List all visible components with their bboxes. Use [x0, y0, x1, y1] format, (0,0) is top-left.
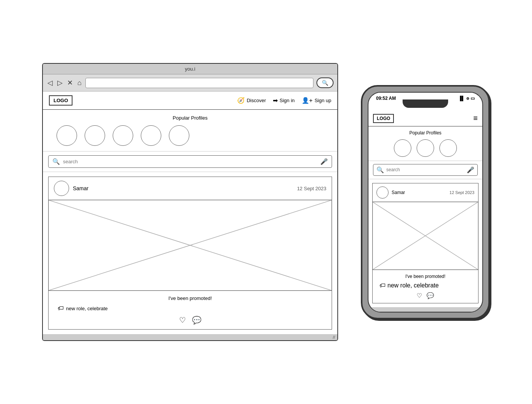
mobile-inner: 09:52 AM ▐▌ ⌾ ▭ LOGO ≡ Popular Profiles: [368, 92, 483, 312]
profile-avatar-5[interactable]: [169, 125, 189, 146]
mobile-post-avatar[interactable]: [376, 186, 389, 199]
close-button[interactable]: ✕: [66, 79, 74, 87]
mobile-navbar: LOGO ≡: [368, 111, 482, 126]
mobile-logo: LOGO: [373, 114, 394, 123]
popular-profiles-section: Popular Profiles: [43, 110, 337, 152]
status-right: ▐▌ ⌾ ▭: [458, 96, 475, 101]
mobile-post-header: Samar 12 Sept 2023: [373, 183, 478, 202]
post-footer: I've been promoted! 🏷 new role, celebrat…: [49, 291, 332, 329]
wifi-icon: ⌾: [466, 96, 469, 101]
mobile-content: LOGO ≡ Popular Profiles 🔍 🎤: [368, 111, 482, 303]
post-image-placeholder: [49, 200, 332, 291]
post-username: Samar: [73, 185, 88, 191]
resize-handle[interactable]: //: [333, 335, 335, 339]
signup-icon: 👤+: [302, 97, 313, 104]
signin-icon: ➡: [273, 97, 278, 104]
tag-text: new role, celebrate: [66, 306, 108, 311]
profile-avatar-4[interactable]: [141, 125, 161, 146]
browser-title: you.i: [185, 66, 195, 72]
post-tags: 🏷 new role, celebrate: [54, 305, 326, 312]
mobile-like-button[interactable]: ♡: [417, 292, 422, 299]
mobile-post-card: Samar 12 Sept 2023 I've been promoted! 🏷: [372, 183, 478, 303]
signin-link[interactable]: ➡ Sign in: [273, 97, 295, 104]
mobile-tag-icon: 🏷: [379, 282, 386, 289]
signin-label: Sign in: [280, 98, 295, 103]
profile-avatar-2[interactable]: [85, 125, 105, 146]
comment-button[interactable]: 💬: [192, 316, 201, 325]
mobile-post-user: Samar: [376, 186, 405, 199]
mobile-search-input[interactable]: [386, 167, 464, 172]
mobile-profile-avatar-2[interactable]: [417, 139, 434, 157]
post-actions: ♡ 💬: [54, 316, 326, 325]
tag-icon: 🏷: [58, 305, 64, 312]
signup-label: Sign up: [315, 98, 331, 103]
mobile-profiles-row: [373, 139, 478, 157]
search-section: 🔍 🎤: [43, 152, 337, 172]
mobile-post-caption: I've been promoted!: [376, 274, 474, 279]
mobile-profile-avatar-3[interactable]: [439, 139, 457, 157]
mobile-bottom-bar: [368, 307, 482, 312]
post-card: Samar 12 Sept 2023 I've been promoted! 🏷…: [48, 177, 332, 330]
post-caption: I've been promoted!: [54, 295, 326, 301]
mobile-search-bar: 🔍 🎤: [373, 164, 478, 176]
profile-avatar-1[interactable]: [57, 125, 77, 146]
back-button[interactable]: ◁: [47, 79, 54, 87]
mobile-post-tags: 🏷 new role, celebrate: [376, 282, 474, 289]
browser-wireframe: you.i ◁ ▷ ✕ ⌂ 🔍 LOGO 🧭 Discover ➡ Sign i…: [42, 63, 338, 341]
home-button[interactable]: ⌂: [77, 79, 82, 87]
mobile-wireframe: 09:52 AM ▐▌ ⌾ ▭ LOGO ≡ Popular Profiles: [361, 85, 490, 319]
mobile-search-section: 🔍 🎤: [368, 161, 482, 179]
post-date: 12 Sept 2023: [297, 186, 326, 191]
nav-links: 🧭 Discover ➡ Sign in 👤+ Sign up: [237, 97, 331, 104]
mobile-popular-title: Popular Profiles: [373, 130, 478, 136]
mobile-post-username: Samar: [392, 190, 405, 195]
mobile-post-date: 12 Sept 2023: [450, 190, 474, 195]
browser-search-button[interactable]: 🔍: [316, 77, 334, 88]
mobile-time: 09:52 AM: [376, 96, 396, 101]
post-user: Samar: [54, 181, 88, 196]
like-button[interactable]: ♡: [179, 316, 186, 325]
discover-link[interactable]: 🧭 Discover: [237, 97, 266, 104]
signup-link[interactable]: 👤+ Sign up: [302, 97, 331, 104]
search-input[interactable]: [63, 159, 317, 164]
mobile-search-icon: 🔍: [376, 166, 384, 174]
mobile-tag-text: new role, celebrate: [387, 282, 439, 289]
mic-icon[interactable]: 🎤: [320, 158, 328, 165]
browser-titlebar: you.i: [43, 64, 337, 74]
mobile-post-footer: I've been promoted! 🏷 new role, celebrat…: [373, 270, 478, 303]
mobile-popular-profiles: Popular Profiles: [368, 126, 482, 161]
browser-toolbar: ◁ ▷ ✕ ⌂ 🔍: [43, 74, 337, 92]
url-input[interactable]: [85, 78, 313, 88]
post-avatar[interactable]: [54, 181, 69, 196]
hamburger-icon[interactable]: ≡: [473, 114, 478, 123]
popular-profiles-title: Popular Profiles: [49, 115, 331, 121]
search-icon: 🔍: [52, 158, 60, 165]
battery-icon: ▭: [471, 96, 475, 101]
mobile-notch: [403, 99, 448, 108]
logo: LOGO: [49, 95, 72, 106]
post-header: Samar 12 Sept 2023: [49, 177, 332, 200]
mobile-post-actions: ♡ 💬: [376, 292, 474, 299]
discover-icon: 🧭: [237, 97, 245, 104]
profile-avatar-3[interactable]: [113, 125, 133, 146]
mobile-mic-icon[interactable]: 🎤: [467, 166, 474, 174]
mobile-comment-button[interactable]: 💬: [427, 292, 434, 299]
app-navbar: LOGO 🧭 Discover ➡ Sign in 👤+ Sign up: [43, 92, 337, 110]
forward-button[interactable]: ▷: [57, 79, 63, 87]
browser-statusbar: //: [43, 334, 337, 340]
profiles-row: [49, 125, 331, 146]
search-bar: 🔍 🎤: [48, 155, 332, 168]
mobile-post-image: [373, 202, 478, 270]
signal-icon: ▐▌: [458, 96, 465, 101]
mobile-profile-avatar-1[interactable]: [394, 139, 411, 157]
discover-label: Discover: [247, 98, 266, 103]
